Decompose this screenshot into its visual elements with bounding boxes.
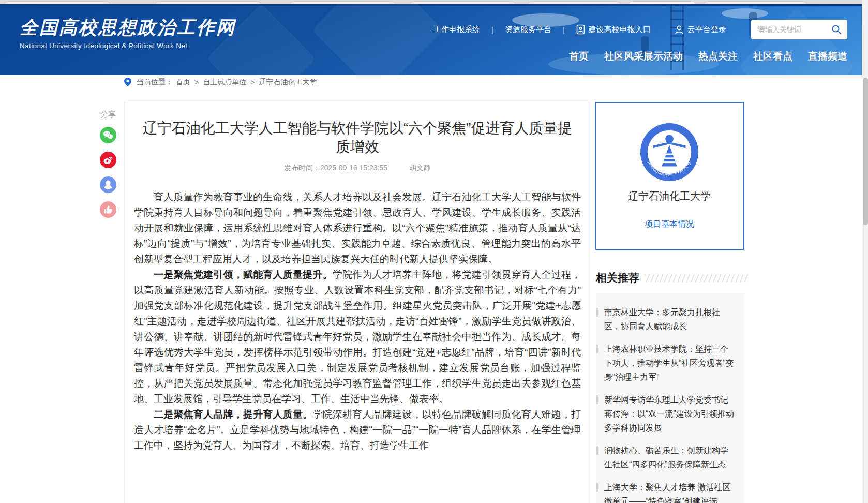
article-body: 育人质量作为教育事业的生命线，关系人才培养以及社会发展。辽宁石油化工大学人工智能… [134, 189, 581, 453]
link-resource-platform[interactable]: 资源服务平台 [505, 25, 551, 35]
document-icon [576, 24, 585, 35]
university-card: 高校思政网——育人号 辽宁石油化工大学 项目基本情况 [595, 102, 744, 250]
site-logo-title: 全国高校思想政治工作网 [20, 16, 236, 40]
header-top-line [0, 4, 868, 6]
page-scrollbar[interactable] [862, 0, 868, 503]
related-item[interactable]: 上海大学：聚焦人才培养 激活社区微单元——“特色寝室”创建评选 [596, 480, 735, 503]
related-item[interactable]: 新华网专访华东理工大学党委书记蒋传海：以“双一流”建设为引领推动多学科协同发展 [596, 393, 735, 435]
share-label: 分享 [99, 110, 117, 120]
nav-hot-focus[interactable]: 热点关注 [698, 50, 738, 63]
article-title: 辽宁石油化工大学人工智能与软件学院以“六个聚焦”促进育人质量提质增效 [140, 119, 575, 156]
page: 全国高校思想政治工作网 National University Ideologi… [0, 0, 868, 503]
breadcrumb-label: 当前位置： [137, 78, 173, 87]
main-nav: 首页 社区风采展示活动 热点关注 社区看点 直播频道 [0, 50, 847, 63]
search-input[interactable] [758, 25, 831, 34]
related-panel: 南京林业大学：多元聚力扎根社区，协同育人赋能成长 上海农林职业技术学院：坚持三个… [596, 293, 744, 503]
publish-time: 2025-09-16 15:23:55 [320, 164, 387, 172]
breadcrumb-separator: > [250, 78, 255, 86]
user-icon [675, 25, 684, 35]
thumbs-up-icon [103, 205, 113, 214]
paragraph-lead: 一是聚焦党建引领，赋能育人质量提升。 [154, 269, 333, 280]
qq-icon [103, 180, 113, 190]
project-basic-info-link[interactable]: 项目基本情况 [645, 219, 694, 230]
search-icon[interactable] [831, 24, 842, 35]
paragraph-text: 学院作为人才培养主阵地，将党建引领贯穿育人全过程，以高质量党建激活育人新动能。按… [134, 269, 581, 404]
search-box [751, 20, 847, 39]
utility-nav: 工作申报系统 | 资源服务平台 | 建设高校申报入口 云平台登录 [433, 24, 726, 35]
nav-live-channel[interactable]: 直播频道 [808, 50, 847, 63]
nav-home[interactable]: 首页 [569, 50, 589, 63]
link-school-apply[interactable]: 建设高校申报入口 [576, 24, 651, 35]
article-panel: 辽宁石油化工大学人工智能与软件学院以“六个聚焦”促进育人质量提质增效 发布时间：… [124, 102, 590, 503]
related-heading: 相关推荐 [596, 271, 639, 285]
divider: | [563, 25, 565, 34]
breadcrumb: 当前位置： 首页 > 自主试点单位 > 辽宁石油化工大学 [124, 78, 317, 87]
breadcrumb-pilot-units[interactable]: 自主试点单位 [203, 78, 246, 87]
related-item[interactable]: 上海农林职业技术学院：坚持三个下功夫，推动学生从“社区旁观者”变身“治理主力军” [596, 342, 735, 384]
yuren-account-logo-icon: 高校思政网——育人号 [639, 122, 700, 183]
wechat-icon [103, 130, 113, 140]
related-item[interactable]: 润物耕心、砺苦乐生：创新建构学生社区“四多四化”服务保障新生态 [596, 443, 735, 471]
nav-community-view[interactable]: 社区看点 [753, 50, 792, 63]
location-pin-icon [124, 78, 131, 87]
breadcrumb-current[interactable]: 辽宁石油化工大学 [259, 78, 317, 87]
paragraph-lead: 二是聚焦育人品牌，提升育人质量。 [154, 409, 312, 420]
scrollbar-thumb[interactable] [863, 78, 868, 225]
divider: | [491, 25, 493, 34]
share-rail: 分享 [99, 110, 117, 226]
share-weibo-button[interactable] [100, 152, 116, 168]
breadcrumb-separator: > [194, 78, 199, 86]
link-work-report-system[interactable]: 工作申报系统 [433, 25, 480, 35]
nav-community-show[interactable]: 社区风采展示活动 [604, 50, 683, 63]
hatch-decoration [645, 274, 748, 282]
publish-label: 发布时间： [284, 164, 320, 172]
related-heading-row: 相关推荐 [596, 271, 748, 285]
share-qq-button[interactable] [100, 176, 116, 193]
site-logo-subtitle: National University Ideological & Politi… [20, 42, 236, 50]
article-paragraph: 二是聚焦育人品牌，提升育人质量。学院深耕育人品牌建设，以特色品牌破解同质化育人难… [134, 407, 581, 453]
article-author: 胡文静 [409, 164, 431, 172]
paragraph-text: 育人质量作为教育事业的生命线，关系人才培养以及社会发展。辽宁石油化工大学人工智能… [134, 191, 581, 264]
share-wechat-button[interactable] [100, 127, 116, 143]
university-card-logo: 高校思政网——育人号 [639, 122, 700, 183]
university-name: 辽宁石油化工大学 [596, 189, 743, 203]
browser-tab-strip [0, 0, 868, 4]
related-item[interactable]: 南京林业大学：多元聚力扎根社区，协同育人赋能成长 [596, 305, 735, 333]
share-like-button[interactable] [100, 201, 116, 218]
related-list: 南京林业大学：多元聚力扎根社区，协同育人赋能成长 上海农林职业技术学院：坚持三个… [596, 305, 735, 503]
weibo-icon [103, 155, 113, 165]
site-logo[interactable]: 全国高校思想政治工作网 National University Ideologi… [20, 16, 236, 50]
link-cloud-login[interactable]: 云平台登录 [675, 25, 726, 35]
breadcrumb-home[interactable]: 首页 [176, 78, 190, 87]
article-paragraph: 一是聚焦党建引领，赋能育人质量提升。学院作为人才培养主阵地，将党建引领贯穿育人全… [134, 267, 581, 407]
article-paragraph: 育人质量作为教育事业的生命线，关系人才培养以及社会发展。辽宁石油化工大学人工智能… [134, 189, 581, 267]
article-meta: 发布时间：2025-09-16 15:23:55胡文静 [134, 164, 581, 173]
site-header: 全国高校思想政治工作网 National University Ideologi… [0, 4, 868, 75]
